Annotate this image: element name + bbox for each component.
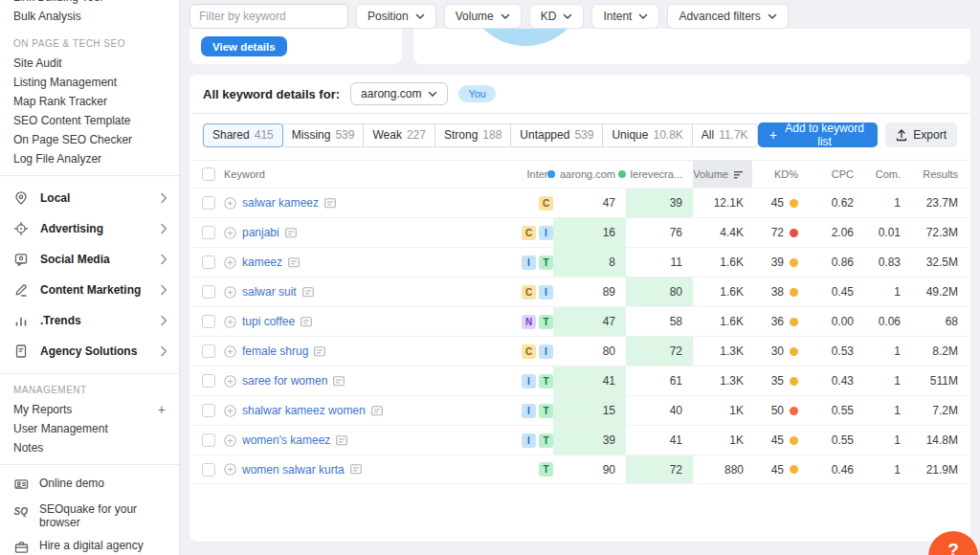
serp-icon[interactable] — [350, 464, 362, 475]
row-checkbox[interactable] — [202, 463, 215, 477]
domain-select[interactable]: aarong.com — [350, 82, 448, 105]
row-checkbox[interactable] — [202, 196, 215, 210]
sidebar-footer-item[interactable]: Hire a digital agency — [0, 534, 179, 555]
sidebar-footer-item[interactable]: SQ SEOquake for your browser — [0, 498, 179, 534]
keyword-link[interactable]: panjabi — [242, 226, 279, 239]
sidebar-group-list: Local Advertising Social Media Content M… — [0, 183, 179, 366]
keyword-link[interactable]: female shrug — [242, 344, 308, 358]
add-keyword-icon[interactable] — [224, 227, 236, 239]
row-checkbox[interactable] — [202, 315, 215, 328]
col-keyword[interactable]: Keyword — [224, 161, 500, 188]
sidebar-group-socialmedia[interactable]: Social Media — [0, 244, 179, 275]
row-checkbox[interactable] — [202, 226, 215, 239]
keyword-link[interactable]: women's kameez — [242, 433, 330, 447]
keyword-link[interactable]: kameez — [242, 255, 282, 269]
col-results[interactable]: Results — [905, 161, 970, 188]
sidebar-item[interactable]: Listing Management — [0, 73, 179, 92]
tab-weak[interactable]: Weak 227 — [363, 123, 435, 147]
row-checkbox[interactable] — [202, 285, 215, 299]
serp-icon[interactable] — [301, 317, 312, 327]
row-checkbox[interactable] — [202, 374, 215, 388]
add-keyword-icon[interactable] — [224, 286, 236, 299]
filter-dropdown-intent[interactable]: Intent — [591, 4, 659, 29]
table-row: women salwar kurta T 90 72 880 45 0.46 1… — [189, 455, 970, 484]
view-details-button[interactable]: View details — [201, 36, 287, 56]
filter-dropdown-volume[interactable]: Volume — [444, 4, 522, 29]
you-position: 90 — [553, 455, 626, 483]
row-checkbox[interactable] — [202, 344, 215, 358]
col-cpc[interactable]: CPC — [806, 161, 861, 188]
add-keyword-icon[interactable] — [224, 256, 236, 269]
add-keyword-icon[interactable] — [224, 345, 236, 358]
sidebar-group-agencysolutions[interactable]: Agency Solutions — [0, 336, 179, 366]
intent-badge-I: I — [522, 255, 536, 270]
add-keyword-icon[interactable] — [224, 316, 236, 328]
col-you-domain[interactable]: aarong.com — [553, 161, 626, 188]
sidebar-item[interactable]: On Page SEO Checker — [0, 130, 179, 149]
col-volume[interactable]: Volume — [693, 161, 752, 188]
serp-icon[interactable] — [324, 198, 336, 209]
serp-icon[interactable] — [285, 228, 297, 238]
tab-untapped[interactable]: Untapped 539 — [510, 123, 603, 147]
add-keyword-icon[interactable] — [224, 463, 236, 476]
bar-chart-icon — [13, 313, 29, 328]
kd-value: 50 — [752, 396, 806, 425]
sidebar-item[interactable]: SEO Content Template — [0, 111, 179, 130]
sidebar-item[interactable]: Site Audit — [0, 54, 179, 73]
keyword-link[interactable]: salwar kameez — [242, 196, 319, 210]
chevron-right-icon — [160, 315, 167, 326]
filter-dropdown-advanced-filters[interactable]: Advanced filters — [667, 4, 788, 29]
row-checkbox[interactable] — [202, 404, 215, 417]
sidebar-item[interactable]: Notes — [0, 438, 179, 457]
add-keyword-icon[interactable] — [224, 434, 236, 447]
keyword-link[interactable]: women salwar kurta — [242, 463, 345, 477]
sidebar-item[interactable]: Log File Analyzer — [0, 149, 179, 168]
keyword-link[interactable]: salwar suit — [242, 285, 297, 299]
col-kd[interactable]: KD% — [752, 161, 806, 188]
keyword-link[interactable]: tupi coffee — [242, 315, 295, 328]
add-keyword-icon[interactable] — [224, 197, 236, 210]
sidebar-item[interactable]: My Reports + — [0, 400, 179, 419]
serp-icon[interactable] — [314, 346, 325, 357]
sidebar-group-advertising[interactable]: Advertising — [0, 213, 179, 244]
sidebar-group-contentmarketing[interactable]: Content Marketing — [0, 275, 179, 305]
col-com[interactable]: Com. — [861, 161, 905, 188]
tab-shared[interactable]: Shared 415 — [203, 123, 283, 147]
keyword-link[interactable]: shalwar kameez women — [242, 404, 366, 417]
col-intent[interactable]: Intent — [500, 161, 553, 188]
overview-card-right — [413, 29, 970, 64]
sidebar-item[interactable]: Map Rank Tracker — [0, 92, 179, 111]
sidebar-group-local[interactable]: Local — [0, 183, 179, 213]
sidebar-footer-item[interactable]: Online demo — [0, 472, 179, 498]
sidebar-group-trends[interactable]: .Trends — [0, 305, 179, 336]
serp-icon[interactable] — [336, 435, 347, 446]
sidebar-management-list: My Reports + User Management Notes — [0, 400, 179, 457]
filter-dropdown-position[interactable]: Position — [356, 4, 436, 29]
add-to-keyword-list-button[interactable]: + Add to keyword list — [758, 122, 879, 147]
row-checkbox[interactable] — [202, 433, 215, 447]
serp-icon[interactable] — [333, 376, 345, 387]
add-report-icon[interactable]: + — [158, 402, 166, 417]
row-checkbox[interactable] — [202, 255, 215, 269]
tab-missing[interactable]: Missing 539 — [282, 123, 365, 147]
tab-strong[interactable]: Strong 188 — [434, 123, 511, 147]
sidebar-item[interactable]: User Management — [0, 419, 179, 438]
com-value: 1 — [861, 455, 905, 483]
demo-icon — [13, 477, 30, 493]
tab-unique[interactable]: Unique 10.8K — [602, 123, 692, 147]
serp-icon[interactable] — [302, 287, 314, 298]
results-value: 7.2M — [905, 396, 970, 425]
add-keyword-icon[interactable] — [224, 405, 236, 417]
filter-dropdown-kd[interactable]: KD — [529, 4, 585, 29]
tab-all[interactable]: All 11.7K — [692, 123, 758, 147]
sidebar-item[interactable]: Bulk Analysis — [0, 7, 179, 26]
col-competitor-domain[interactable]: lerevecra... — [626, 161, 693, 188]
export-button[interactable]: Export — [885, 122, 957, 147]
keyword-filter-input[interactable] — [190, 5, 348, 28]
keyword-link[interactable]: saree for women — [242, 374, 327, 388]
add-keyword-icon[interactable] — [224, 375, 236, 388]
select-all-checkbox[interactable] — [202, 167, 215, 181]
serp-icon[interactable] — [288, 257, 300, 268]
sidebar-item[interactable]: Link Building Tool — [0, 0, 179, 7]
serp-icon[interactable] — [371, 406, 383, 416]
